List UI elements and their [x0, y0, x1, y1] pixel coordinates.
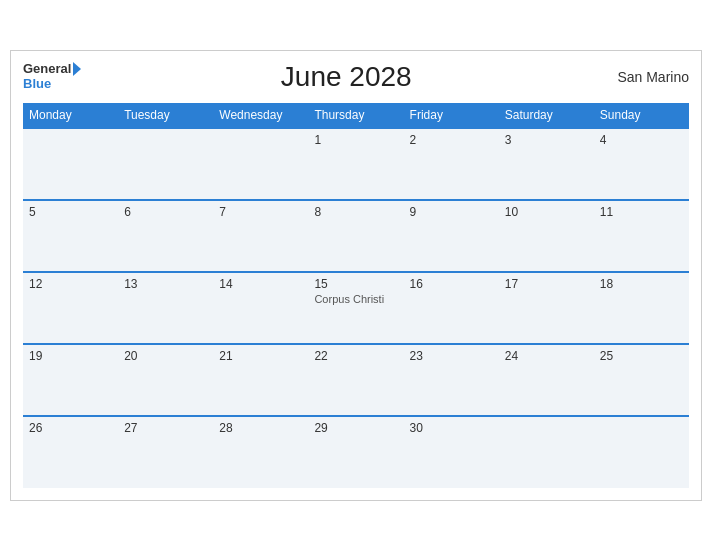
calendar-cell: 25	[594, 344, 689, 416]
weekday-header-tuesday: Tuesday	[118, 103, 213, 128]
calendar-cell: 29	[308, 416, 403, 488]
day-number: 4	[600, 133, 683, 147]
calendar-cell: 16	[404, 272, 499, 344]
day-number: 6	[124, 205, 207, 219]
day-number: 19	[29, 349, 112, 363]
logo-blue-text: Blue	[23, 77, 51, 91]
week-row-0: 1234	[23, 128, 689, 200]
weekday-header-monday: Monday	[23, 103, 118, 128]
logo-triangle-icon	[73, 62, 81, 76]
calendar-cell: 23	[404, 344, 499, 416]
weekday-header-friday: Friday	[404, 103, 499, 128]
calendar-cell: 15Corpus Christi	[308, 272, 403, 344]
day-number: 26	[29, 421, 112, 435]
day-number: 23	[410, 349, 493, 363]
calendar-table: MondayTuesdayWednesdayThursdayFridaySatu…	[23, 103, 689, 488]
calendar-tbody: 123456789101112131415Corpus Christi16171…	[23, 128, 689, 488]
day-number: 10	[505, 205, 588, 219]
day-number: 29	[314, 421, 397, 435]
week-row-3: 19202122232425	[23, 344, 689, 416]
calendar-cell: 27	[118, 416, 213, 488]
weekday-header-saturday: Saturday	[499, 103, 594, 128]
weekday-header-sunday: Sunday	[594, 103, 689, 128]
day-number: 7	[219, 205, 302, 219]
day-number: 25	[600, 349, 683, 363]
logo: General Blue	[23, 62, 83, 91]
day-number: 13	[124, 277, 207, 291]
calendar-cell: 18	[594, 272, 689, 344]
calendar-cell	[499, 416, 594, 488]
calendar-cell	[594, 416, 689, 488]
calendar-cell: 8	[308, 200, 403, 272]
day-number: 17	[505, 277, 588, 291]
calendar-cell: 5	[23, 200, 118, 272]
holiday-label: Corpus Christi	[314, 293, 397, 305]
calendar-cell: 20	[118, 344, 213, 416]
calendar-cell: 11	[594, 200, 689, 272]
day-number: 3	[505, 133, 588, 147]
calendar-cell: 21	[213, 344, 308, 416]
country-label: San Marino	[609, 69, 689, 85]
week-row-2: 12131415Corpus Christi161718	[23, 272, 689, 344]
weekday-header-wednesday: Wednesday	[213, 103, 308, 128]
calendar-cell: 9	[404, 200, 499, 272]
day-number: 28	[219, 421, 302, 435]
calendar-title: June 2028	[281, 61, 412, 93]
day-number: 12	[29, 277, 112, 291]
calendar-cell: 22	[308, 344, 403, 416]
calendar-cell	[118, 128, 213, 200]
week-row-4: 2627282930	[23, 416, 689, 488]
calendar-cell: 14	[213, 272, 308, 344]
calendar-cell: 2	[404, 128, 499, 200]
calendar-cell: 24	[499, 344, 594, 416]
calendar-cell: 26	[23, 416, 118, 488]
calendar-header: General Blue June 2028 San Marino	[23, 61, 689, 93]
calendar-thead: MondayTuesdayWednesdayThursdayFridaySatu…	[23, 103, 689, 128]
day-number: 22	[314, 349, 397, 363]
day-number: 11	[600, 205, 683, 219]
calendar-cell: 7	[213, 200, 308, 272]
calendar-cell: 19	[23, 344, 118, 416]
weekday-header-row: MondayTuesdayWednesdayThursdayFridaySatu…	[23, 103, 689, 128]
calendar-cell: 17	[499, 272, 594, 344]
day-number: 2	[410, 133, 493, 147]
calendar-cell: 10	[499, 200, 594, 272]
day-number: 24	[505, 349, 588, 363]
calendar-cell: 3	[499, 128, 594, 200]
day-number: 27	[124, 421, 207, 435]
week-row-1: 567891011	[23, 200, 689, 272]
day-number: 9	[410, 205, 493, 219]
calendar-cell: 12	[23, 272, 118, 344]
day-number: 5	[29, 205, 112, 219]
calendar-cell	[213, 128, 308, 200]
calendar-cell: 13	[118, 272, 213, 344]
calendar-cell	[23, 128, 118, 200]
day-number: 15	[314, 277, 397, 291]
logo-general-text: General	[23, 62, 71, 76]
calendar-cell: 6	[118, 200, 213, 272]
weekday-header-thursday: Thursday	[308, 103, 403, 128]
day-number: 18	[600, 277, 683, 291]
calendar-cell: 28	[213, 416, 308, 488]
day-number: 30	[410, 421, 493, 435]
calendar-wrapper: General Blue June 2028 San Marino Monday…	[10, 50, 702, 501]
day-number: 20	[124, 349, 207, 363]
day-number: 16	[410, 277, 493, 291]
calendar-cell: 4	[594, 128, 689, 200]
day-number: 14	[219, 277, 302, 291]
calendar-cell: 1	[308, 128, 403, 200]
day-number: 8	[314, 205, 397, 219]
calendar-cell: 30	[404, 416, 499, 488]
day-number: 21	[219, 349, 302, 363]
day-number: 1	[314, 133, 397, 147]
